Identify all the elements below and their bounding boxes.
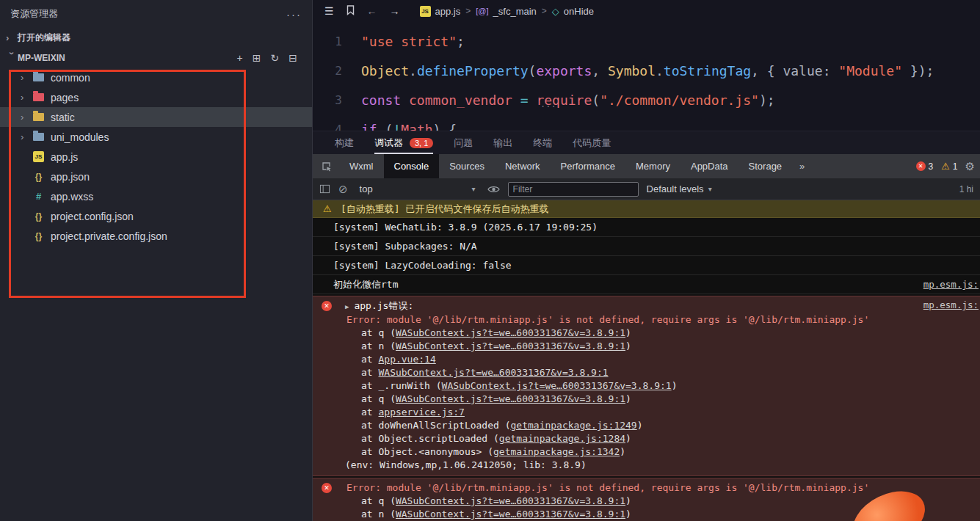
code-text: const common_vendor = require("./common/… bbox=[361, 92, 775, 108]
code-text: Object.defineProperty(exports, Symbol.to… bbox=[361, 63, 934, 79]
tree-item-project.private.config.json[interactable]: {}project.private.config.json bbox=[0, 226, 312, 246]
debugger-badge: 3, 1 bbox=[410, 138, 433, 148]
panel-tab-output[interactable]: 输出 bbox=[493, 131, 512, 154]
console-message-text: [system] Subpackages: N/A bbox=[333, 241, 477, 252]
line-number[interactable]: 2 bbox=[313, 64, 342, 78]
stack-source-link[interactable]: WASubContext.js?t=we…600331367&v=3.8.9:1 bbox=[396, 327, 625, 338]
line-number[interactable]: 1 bbox=[313, 34, 342, 48]
stack-source-link[interactable]: getmainpackage.js:1249 bbox=[511, 420, 637, 431]
stack-source-link[interactable]: WASubContext.js?t=we…600331367&v=3.8.9:1 bbox=[378, 367, 608, 378]
error-count-badge[interactable]: ✕ 3 bbox=[916, 161, 934, 172]
stack-text: Error: module '@/lib/rtm.miniapp.js' is … bbox=[346, 314, 869, 325]
devtools-tab-console[interactable]: Console bbox=[384, 154, 440, 178]
eye-icon[interactable] bbox=[487, 185, 500, 194]
refresh-icon[interactable]: ↻ bbox=[271, 52, 280, 64]
more-actions-icon[interactable]: ··· bbox=[286, 8, 302, 21]
method-icon: ◇ bbox=[552, 6, 559, 17]
devtools-tab-performance[interactable]: Performance bbox=[551, 154, 625, 178]
context-selector[interactable]: top ▾ bbox=[356, 183, 479, 194]
panel-tab-label: 代码质量 bbox=[573, 136, 611, 150]
tree-item-app.json[interactable]: {}app.json bbox=[0, 167, 312, 186]
code-text: if (!Math) { bbox=[361, 122, 457, 131]
tree-item-common[interactable]: ›common bbox=[0, 68, 312, 87]
devtools-tab-sources[interactable]: Sources bbox=[439, 154, 495, 178]
new-file-icon[interactable]: + bbox=[237, 52, 243, 64]
panel-tab-debugger[interactable]: 调试器3, 1 bbox=[374, 131, 433, 154]
breadcrumb-label: onHide bbox=[564, 6, 594, 17]
error-line: at App.vue:14 bbox=[345, 353, 974, 366]
console-toolbar: ⊘ top ▾ Default levels ▾ 1 hi bbox=[313, 178, 980, 200]
chevron-right-icon: › bbox=[21, 72, 33, 83]
json-file-icon: {} bbox=[33, 172, 44, 182]
stack-source-link[interactable]: getmainpackage.js:1342 bbox=[493, 446, 620, 457]
code-line: 4⌄if (!Math) { bbox=[313, 114, 980, 131]
breadcrumb-item-onHide[interactable]: ◇onHide bbox=[552, 6, 594, 17]
tree-item-label: app.wxss bbox=[51, 191, 93, 203]
error-line: at q (WASubContext.js?t=we…600331367&v=3… bbox=[345, 393, 974, 406]
stack-text: at bbox=[361, 407, 378, 418]
tree-item-app.js[interactable]: JSapp.js bbox=[0, 147, 312, 167]
tree-item-uni_modules[interactable]: ›uni_modules bbox=[0, 127, 312, 147]
tree-item-app.wxss[interactable]: #app.wxss bbox=[0, 186, 312, 206]
filter-input[interactable] bbox=[508, 182, 639, 197]
breadcrumb-item-app.js[interactable]: JSapp.js bbox=[420, 6, 461, 17]
warning-count-badge[interactable]: ⚠ 1 bbox=[941, 161, 957, 172]
tree-item-pages[interactable]: ›pages bbox=[0, 87, 312, 107]
error-line: at Object.scriptLoaded (getmainpackage.j… bbox=[345, 432, 974, 445]
source-location-link[interactable]: mp.esm.js: bbox=[923, 278, 979, 291]
console-log-row: 初始化微信rtmmp.esm.js: bbox=[313, 275, 980, 294]
collapse-folders-icon[interactable]: ⊟ bbox=[288, 52, 297, 64]
more-tabs-icon[interactable]: » bbox=[792, 154, 812, 178]
expand-arrow-icon[interactable]: ▶ bbox=[345, 303, 349, 310]
console-message-text: [system] WeChatLib: 3.8.9 (2025.6.17 19:… bbox=[333, 222, 598, 233]
line-number[interactable]: 3 bbox=[313, 93, 342, 107]
panel-tab-code-quality[interactable]: 代码质量 bbox=[573, 131, 611, 154]
settings-gear-icon[interactable]: ⚙ bbox=[965, 154, 980, 178]
fold-icon[interactable]: ⌄ bbox=[342, 123, 361, 131]
stack-source-link[interactable]: App.vue:14 bbox=[378, 354, 435, 365]
devtools-tab-network[interactable]: Network bbox=[495, 154, 551, 178]
forward-arrow-icon[interactable]: → bbox=[390, 5, 400, 17]
stack-source-link[interactable]: appservice.js:7 bbox=[378, 407, 464, 418]
error-circle-icon: ✕ bbox=[916, 161, 926, 171]
chevron-down-icon: ▾ bbox=[472, 185, 476, 193]
new-folder-icon[interactable]: ⊞ bbox=[253, 52, 261, 64]
line-number[interactable]: 4 bbox=[313, 123, 342, 131]
stack-source-link[interactable]: WASubContext.js?t=we…600331367&v=3.8.9:1 bbox=[396, 393, 625, 404]
devtools-tab-appdata[interactable]: AppData bbox=[680, 154, 738, 178]
console-sidebar-icon[interactable] bbox=[319, 183, 330, 194]
stack-source-link[interactable]: WASubContext.js?t=we…600331367&v=3.8.9:1 bbox=[396, 509, 625, 520]
stack-source-link[interactable]: WASubContext.js?t=we…600331367&v=3.8.9:1 bbox=[442, 380, 672, 391]
log-levels-dropdown[interactable]: Default levels ▾ bbox=[647, 183, 712, 194]
source-location-link[interactable]: mp.esm.js: bbox=[923, 299, 979, 310]
folder-icon bbox=[33, 133, 44, 141]
stack-source-link[interactable]: getmainpackage.js:1284 bbox=[499, 433, 625, 444]
stack-source-link[interactable]: WASubContext.js?t=we…600331367&v=3.8.9:1 bbox=[396, 340, 625, 351]
log-levels-label: Default levels bbox=[647, 183, 704, 194]
breadcrumb-item-_sfc_main[interactable]: [@]_sfc_main bbox=[476, 6, 537, 17]
error-line: at q (WASubContext.js?t=we…600331367&v=3… bbox=[345, 327, 974, 340]
project-section[interactable]: › MP-WEIXIN + ⊞ ↻ ⊟ bbox=[0, 48, 312, 68]
inspect-icon[interactable] bbox=[313, 154, 339, 178]
error-line: Error: module '@/lib/rtm.miniapp.js' is … bbox=[345, 481, 974, 495]
menu-icon[interactable]: ☰ bbox=[324, 5, 334, 17]
open-editors-section[interactable]: › 打开的编辑器 bbox=[0, 28, 312, 48]
devtools-tab-memory[interactable]: Memory bbox=[625, 154, 680, 178]
bookmark-icon[interactable] bbox=[346, 5, 355, 18]
devtools-tab-storage[interactable]: Storage bbox=[738, 154, 793, 178]
error-line: at WASubContext.js?t=we…600331367&v=3.8.… bbox=[345, 366, 974, 379]
stack-text: ) bbox=[625, 393, 631, 404]
stack-source-link[interactable]: WASubContext.js?t=we…600331367&v=3.8.9:1 bbox=[396, 495, 625, 506]
devtools-tab-wxml[interactable]: Wxml bbox=[339, 154, 384, 178]
panel-tab-terminal[interactable]: 终端 bbox=[533, 131, 552, 154]
tree-item-project.config.json[interactable]: {}project.config.json bbox=[0, 206, 312, 226]
json-file-icon: {} bbox=[33, 231, 44, 241]
hidden-messages-count: 1 hi bbox=[959, 184, 973, 194]
back-arrow-icon[interactable]: ← bbox=[367, 5, 377, 17]
tree-item-static[interactable]: ›static bbox=[0, 107, 312, 127]
panel-tab-problems[interactable]: 问题 bbox=[454, 131, 473, 154]
clear-console-icon[interactable]: ⊘ bbox=[338, 183, 348, 196]
stack-text: ) bbox=[625, 340, 631, 351]
panel-tab-build[interactable]: 构建 bbox=[335, 131, 354, 154]
stack-text: at Object.scriptLoaded ( bbox=[361, 433, 499, 444]
